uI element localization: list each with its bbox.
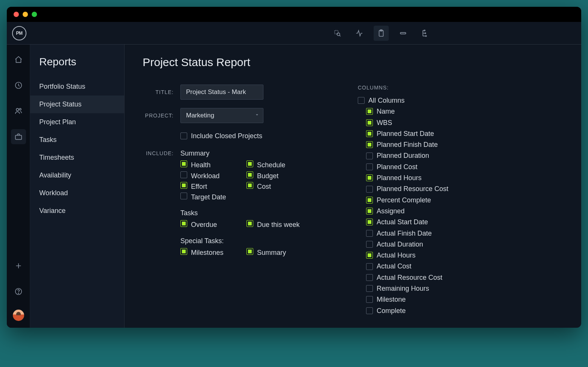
svg-point-10 bbox=[19, 108, 21, 110]
column-planned-resource-cost-checkbox[interactable] bbox=[366, 186, 373, 193]
summary-workload-checkbox[interactable] bbox=[180, 171, 187, 178]
tasks-due-this-week-label: Due this week bbox=[257, 220, 300, 229]
column-planned-finish-date-checkbox[interactable] bbox=[366, 141, 373, 148]
home-icon[interactable] bbox=[11, 52, 26, 67]
all-columns-label: All Columns bbox=[368, 96, 405, 105]
column-planned-cost-checkbox[interactable] bbox=[366, 163, 373, 170]
page-title: Project Status Report bbox=[143, 56, 563, 69]
minimize-window-button[interactable] bbox=[23, 12, 28, 17]
sidebar-item-variance[interactable]: Variance bbox=[30, 202, 124, 220]
column-wbs-checkbox[interactable] bbox=[366, 119, 373, 126]
all-columns-checkbox[interactable] bbox=[358, 97, 365, 104]
svg-point-13 bbox=[18, 293, 18, 293]
summary-health-label: Health bbox=[191, 160, 211, 170]
search-icon[interactable] bbox=[330, 26, 345, 41]
summary-cost-label: Cost bbox=[257, 182, 271, 191]
column-remaining-hours-checkbox[interactable] bbox=[366, 285, 373, 292]
main-content: Project Status Report TITLE: PROJECT: bbox=[125, 45, 581, 328]
summary-schedule-checkbox[interactable] bbox=[246, 160, 253, 167]
special-summary-label: Summary bbox=[257, 248, 286, 257]
column-percent-complete-checkbox[interactable] bbox=[366, 197, 373, 204]
summary-target-date-label: Target Date bbox=[191, 193, 226, 202]
sidebar: Reports Portfolio StatusProject StatusPr… bbox=[30, 45, 125, 328]
column-planned-cost-label: Planned Cost bbox=[377, 162, 417, 171]
topbar: PM bbox=[7, 22, 581, 45]
tasks-overdue-checkbox[interactable] bbox=[180, 220, 187, 227]
column-name-label: Name bbox=[377, 107, 395, 116]
people-icon[interactable] bbox=[11, 103, 26, 119]
column-actual-finish-date-checkbox[interactable] bbox=[366, 230, 373, 237]
special-milestones-checkbox[interactable] bbox=[180, 248, 187, 255]
help-icon[interactable] bbox=[11, 284, 26, 299]
svg-rect-4 bbox=[400, 32, 406, 34]
column-actual-start-date-label: Actual Start Date bbox=[377, 217, 428, 227]
briefcase-icon[interactable] bbox=[11, 129, 26, 144]
column-actual-resource-cost-checkbox[interactable] bbox=[366, 274, 373, 281]
user-avatar[interactable] bbox=[13, 310, 24, 321]
summary-health-checkbox[interactable] bbox=[180, 160, 187, 167]
column-actual-start-date-checkbox[interactable] bbox=[366, 219, 373, 225]
clipboard-icon[interactable] bbox=[374, 26, 389, 41]
clock-icon[interactable] bbox=[11, 78, 26, 93]
chevron-down-icon bbox=[254, 112, 260, 119]
column-planned-duration-label: Planned Duration bbox=[377, 151, 429, 160]
column-wbs-label: WBS bbox=[377, 118, 392, 127]
close-window-button[interactable] bbox=[14, 12, 19, 17]
activity-icon[interactable] bbox=[352, 26, 367, 41]
project-select[interactable] bbox=[180, 108, 263, 123]
column-name-checkbox[interactable] bbox=[366, 108, 373, 115]
column-actual-duration-label: Actual Duration bbox=[377, 240, 423, 249]
tasks-due-this-week-checkbox[interactable] bbox=[246, 220, 253, 227]
summary-budget-checkbox[interactable] bbox=[246, 171, 253, 178]
sidebar-item-tasks[interactable]: Tasks bbox=[30, 131, 124, 149]
column-planned-hours-checkbox[interactable] bbox=[366, 174, 373, 181]
column-assigned-checkbox[interactable] bbox=[366, 208, 373, 214]
column-actual-hours-checkbox[interactable] bbox=[366, 252, 373, 259]
summary-heading: Summary bbox=[180, 150, 309, 157]
sidebar-item-availability[interactable]: Availability bbox=[30, 167, 124, 184]
column-planned-start-date-checkbox[interactable] bbox=[366, 130, 373, 137]
window-controls bbox=[14, 12, 37, 17]
summary-effort-label: Effort bbox=[191, 182, 207, 191]
column-milestone-label: Milestone bbox=[377, 295, 406, 304]
special-heading: Special Tasks: bbox=[180, 237, 309, 245]
column-actual-cost-checkbox[interactable] bbox=[366, 263, 373, 270]
sidebar-item-workload[interactable]: Workload bbox=[30, 184, 124, 202]
column-actual-resource-cost-label: Actual Resource Cost bbox=[377, 273, 442, 282]
app-logo[interactable]: PM bbox=[12, 26, 26, 40]
sidebar-item-project-status[interactable]: Project Status bbox=[30, 96, 124, 113]
summary-cost-checkbox[interactable] bbox=[246, 182, 253, 189]
column-complete-label: Complete bbox=[377, 306, 406, 315]
project-select-value[interactable] bbox=[180, 108, 263, 123]
summary-target-date-checkbox[interactable] bbox=[180, 193, 187, 199]
column-actual-cost-label: Actual Cost bbox=[377, 262, 411, 271]
title-label: TITLE: bbox=[143, 89, 180, 95]
include-closed-checkbox[interactable] bbox=[180, 133, 187, 139]
column-assigned-label: Assigned bbox=[377, 207, 405, 216]
project-label: PROJECT: bbox=[143, 113, 180, 119]
summary-effort-checkbox[interactable] bbox=[180, 182, 187, 189]
column-actual-duration-checkbox[interactable] bbox=[366, 241, 373, 248]
column-remaining-hours-label: Remaining Hours bbox=[377, 284, 429, 293]
svg-point-6 bbox=[425, 32, 426, 34]
sidebar-item-project-plan[interactable]: Project Plan bbox=[30, 113, 124, 131]
link-icon[interactable] bbox=[396, 26, 411, 41]
sidebar-item-portfolio-status[interactable]: Portfolio Status bbox=[30, 78, 124, 96]
app-window: PM bbox=[7, 7, 581, 328]
maximize-window-button[interactable] bbox=[32, 12, 37, 17]
sidebar-item-timesheets[interactable]: Timesheets bbox=[30, 149, 124, 167]
column-planned-resource-cost-label: Planned Resource Cost bbox=[377, 184, 448, 193]
summary-workload-label: Workload bbox=[191, 171, 220, 180]
include-label: INCLUDE: bbox=[143, 150, 180, 156]
title-input[interactable] bbox=[180, 85, 263, 100]
body: Reports Portfolio StatusProject StatusPr… bbox=[7, 45, 581, 328]
special-summary-checkbox[interactable] bbox=[246, 248, 253, 255]
column-planned-start-date-label: Planned Start Date bbox=[377, 129, 434, 138]
column-milestone-checkbox[interactable] bbox=[366, 296, 373, 303]
column-planned-duration-checkbox[interactable] bbox=[366, 153, 373, 159]
hierarchy-icon[interactable] bbox=[417, 26, 433, 41]
add-icon[interactable] bbox=[11, 258, 26, 273]
column-percent-complete-label: Percent Complete bbox=[377, 196, 431, 205]
column-complete-checkbox[interactable] bbox=[366, 307, 373, 314]
nav-rail bbox=[7, 45, 30, 328]
